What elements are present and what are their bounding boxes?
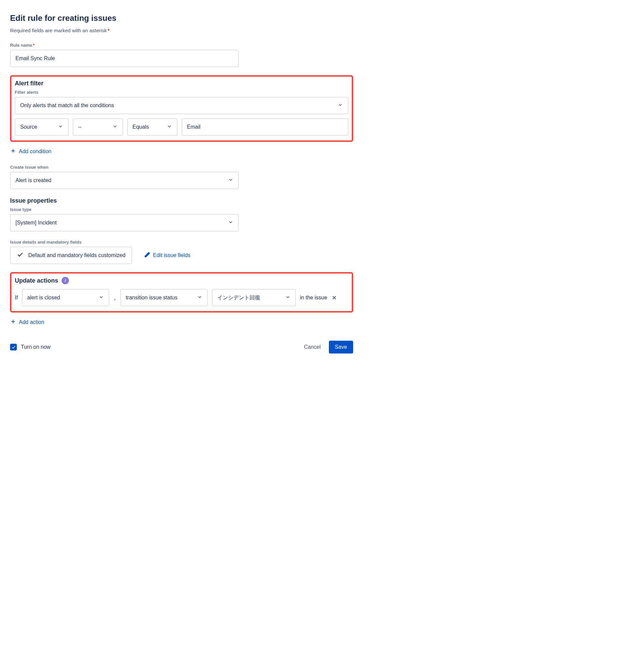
in-the-issue-text: in the issue [300,295,327,301]
match-mode-select[interactable]: Only alerts that match all the condition… [15,97,348,114]
update-trigger-select[interactable]: alert is closed [22,289,109,307]
chevron-down-icon [98,294,104,301]
chevron-down-icon [228,220,233,226]
add-condition-button[interactable]: Add condition [10,147,51,157]
remove-action-button[interactable] [331,295,337,301]
condition-operator-select[interactable]: Equals [127,118,178,136]
issue-properties-title: Issue properties [10,197,353,204]
asterisk-icon: * [108,27,110,33]
update-action-row: If alert is closed , transition issue st… [15,289,348,307]
issue-type-label: Issue type [10,207,353,212]
update-actions-title: Update actions i [15,277,348,284]
update-action-select[interactable]: transition issue status [120,289,208,307]
rule-name-input[interactable] [10,50,239,67]
chevron-down-icon [112,124,118,130]
turn-on-label: Turn on now [21,344,50,350]
if-text: If [15,295,18,301]
condition-field-select[interactable]: Source [15,118,69,136]
chevron-down-icon [197,294,203,301]
condition-not-select[interactable]: -- [73,118,123,136]
cancel-button[interactable]: Cancel [304,344,321,350]
chevron-down-icon [58,124,63,130]
rule-name-label: Rule name* [10,43,353,48]
info-icon[interactable]: i [62,277,69,284]
comma-text: , [113,294,116,301]
chevron-down-icon [338,102,343,109]
chevron-down-icon [285,294,291,301]
add-action-button[interactable]: Add action [10,317,45,327]
condition-value-input[interactable] [182,118,348,136]
required-note: Required fields are marked with an aster… [10,27,353,33]
issue-details-status: Default and mandatory fields customized [10,247,132,264]
alert-filter-highlight: Alert filter Filter alerts Only alerts t… [10,75,353,142]
asterisk-icon: * [33,43,35,48]
issue-type-select[interactable]: [System] Incident [10,214,239,232]
pencil-icon [144,252,150,259]
filter-alerts-label: Filter alerts [15,90,348,95]
condition-row: Source -- Equals [15,118,348,136]
plus-icon [10,148,16,155]
update-value-select[interactable]: インシデント回復 [212,289,296,307]
check-icon [17,251,24,259]
create-issue-when-select[interactable]: Alert is created [10,172,239,189]
page-title: Edit rule for creating issues [10,13,353,23]
plus-icon [10,319,16,326]
create-issue-when-label: Create issue when [10,165,353,170]
issue-details-label: Issue details and mandatory fields [10,239,353,245]
chevron-down-icon [167,124,172,130]
chevron-down-icon [228,177,233,184]
edit-issue-fields-button[interactable]: Edit issue fields [144,250,190,260]
alert-filter-title: Alert filter [15,80,348,87]
save-button[interactable]: Save [329,341,353,353]
update-actions-highlight: Update actions i If alert is closed , tr… [10,272,353,312]
turn-on-checkbox[interactable] [10,344,17,350]
footer: Turn on now Cancel Save [10,341,353,353]
